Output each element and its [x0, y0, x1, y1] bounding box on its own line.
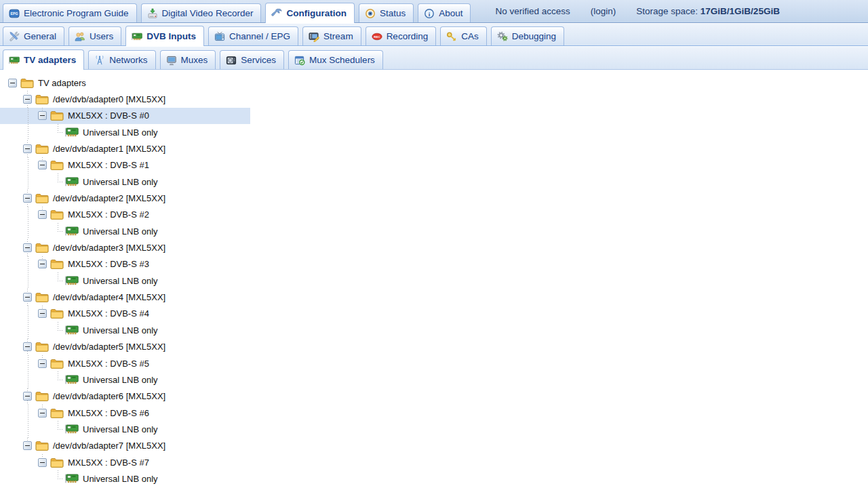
folder-icon	[50, 457, 65, 468]
tab-status[interactable]: Status	[359, 3, 414, 22]
tree-row-universal-lnb-only-15[interactable]: Universal LNB only	[0, 322, 868, 338]
tree-indent	[8, 355, 23, 371]
tree-node-area	[23, 388, 34, 405]
tab-label: Configuration	[286, 8, 346, 18]
tab-label: Services	[241, 55, 276, 65]
tree-connector-line	[23, 157, 38, 174]
tree-indent	[8, 223, 23, 239]
collapse-minus-icon[interactable]	[8, 79, 17, 87]
tab-general[interactable]: General	[3, 26, 64, 45]
tv-dial-icon	[226, 55, 237, 66]
tree-row-universal-lnb-only-6[interactable]: Universal LNB only	[0, 174, 868, 190]
collapse-minus-icon[interactable]	[38, 409, 47, 418]
collapse-minus-icon[interactable]	[23, 194, 32, 203]
tree-node-label: MXL5XX : DVB-S #6	[68, 408, 149, 418]
tree-node-label: Universal LNB only	[83, 127, 158, 138]
collapse-minus-icon[interactable]	[38, 359, 47, 368]
tab-cas[interactable]: CAs	[440, 26, 487, 45]
tree-indent	[8, 339, 23, 355]
tree-row-mxl5xx-dvb-s-0-2[interactable]: MXL5XX : DVB-S #0	[0, 108, 250, 124]
pci-card-icon	[65, 275, 80, 286]
tree-indent	[8, 157, 23, 174]
film-pencil-icon	[309, 31, 319, 42]
tree-row-universal-lnb-only-24[interactable]: Universal LNB only	[0, 470, 868, 487]
tree-row-tv-adapters-0[interactable]: TV adapters	[0, 75, 868, 91]
folder-icon	[50, 308, 65, 319]
tree-row-dev-dvb-adapter6-mxl5xx-19[interactable]: /dev/dvb/adapter6 [MXL5XX]	[0, 388, 868, 405]
tab-configuration[interactable]: Configuration	[265, 3, 354, 23]
users-icon	[75, 31, 85, 42]
collapse-minus-icon[interactable]	[23, 441, 32, 450]
tab-label: CAs	[461, 31, 479, 41]
status-eye-icon	[365, 8, 376, 19]
tab-users[interactable]: Users	[68, 26, 121, 45]
tab-dvb-inputs[interactable]: DVB Inputs	[125, 26, 204, 46]
tree-row-mxl5xx-dvb-s-6-20[interactable]: MXL5XX : DVB-S #6	[0, 405, 868, 421]
collapse-minus-icon[interactable]	[23, 342, 32, 351]
collapse-minus-icon[interactable]	[38, 210, 47, 219]
tools-icon	[9, 31, 20, 42]
collapse-minus-icon[interactable]	[38, 458, 47, 467]
tree-node-area	[8, 75, 19, 91]
collapse-minus-icon[interactable]	[23, 95, 32, 104]
tree-row-dev-dvb-adapter3-mxl5xx-10[interactable]: /dev/dvb/adapter3 [MXL5XX]	[0, 239, 868, 256]
tree-elbow-icon	[53, 223, 64, 239]
collapse-minus-icon[interactable]	[38, 111, 47, 120]
tree-indent	[8, 256, 23, 272]
tree-row-dev-dvb-adapter1-mxl5xx-4[interactable]: /dev/dvb/adapter1 [MXL5XX]	[0, 140, 868, 157]
tree-row-mxl5xx-dvb-s-5-17[interactable]: MXL5XX : DVB-S #5	[0, 355, 868, 371]
tree-node-label: /dev/dvb/adapter1 [MXL5XX]	[53, 144, 165, 154]
tree-node-area	[38, 256, 49, 272]
tree-row-mxl5xx-dvb-s-3-11[interactable]: MXL5XX : DVB-S #3	[0, 256, 868, 272]
tree-row-mxl5xx-dvb-s-2-8[interactable]: MXL5XX : DVB-S #2	[0, 207, 868, 223]
tree-row-dev-dvb-adapter5-mxl5xx-16[interactable]: /dev/dvb/adapter5 [MXL5XX]	[0, 339, 868, 355]
collapse-minus-icon[interactable]	[38, 260, 47, 268]
tree-node-label: Universal LNB only	[83, 226, 158, 237]
tree-connector-line	[23, 174, 38, 190]
tab-electronic-program-guide[interactable]: EPGElectronic Program Guide	[3, 3, 137, 22]
login-link[interactable]: (login)	[591, 6, 616, 16]
tab-services[interactable]: Services	[220, 50, 284, 69]
tree-row-universal-lnb-only-21[interactable]: Universal LNB only	[0, 421, 868, 437]
tree-row-mxl5xx-dvb-s-7-23[interactable]: MXL5XX : DVB-S #7	[0, 454, 868, 470]
tree-row-universal-lnb-only-12[interactable]: Universal LNB only	[0, 272, 868, 289]
tree-indent	[8, 322, 23, 338]
folder-icon	[50, 407, 65, 418]
pci-card-icon	[65, 374, 80, 385]
tree-indent	[38, 470, 53, 487]
tree-indent	[8, 174, 23, 190]
collapse-minus-icon[interactable]	[38, 161, 47, 169]
collapse-minus-icon[interactable]	[23, 293, 32, 302]
tree-node-label: /dev/dvb/adapter0 [MXL5XX]	[53, 94, 165, 104]
tab-tv-adapters[interactable]: TV adapters	[3, 49, 84, 70]
tree-row-mxl5xx-dvb-s-1-5[interactable]: MXL5XX : DVB-S #1	[0, 157, 868, 174]
tab-recording[interactable]: RECRecording	[366, 26, 437, 45]
toolbar-status: No verified access (login) Storage space…	[475, 0, 779, 22]
collapse-minus-icon[interactable]	[23, 144, 32, 153]
dvb-inputs-tabbar: TV adaptersNetworksMuxesServicesMux Sche…	[0, 46, 868, 70]
tab-stream[interactable]: Stream	[302, 26, 361, 45]
collapse-minus-icon[interactable]	[23, 392, 32, 401]
tree-row-dev-dvb-adapter7-mxl5xx-22[interactable]: /dev/dvb/adapter7 [MXL5XX]	[0, 438, 868, 454]
tab-muxes[interactable]: Muxes	[160, 50, 216, 69]
tree-row-dev-dvb-adapter4-mxl5xx-13[interactable]: /dev/dvb/adapter4 [MXL5XX]	[0, 289, 868, 305]
tree-connector-line	[23, 421, 38, 437]
tree-row-universal-lnb-only-18[interactable]: Universal LNB only	[0, 371, 868, 388]
tree-row-dev-dvb-adapter2-mxl5xx-7[interactable]: /dev/dvb/adapter2 [MXL5XX]	[0, 190, 868, 206]
tab-networks[interactable]: Networks	[88, 50, 155, 69]
tab-about[interactable]: iAbout	[418, 3, 471, 22]
tab-digital-video-recorder[interactable]: Digital Video Recorder	[141, 3, 262, 22]
tree-node-label: /dev/dvb/adapter2 [MXL5XX]	[53, 193, 165, 203]
tree-row-mxl5xx-dvb-s-4-14[interactable]: MXL5XX : DVB-S #4	[0, 306, 868, 322]
tab-channel-epg[interactable]: Channel / EPG	[208, 26, 298, 45]
folder-icon	[35, 94, 50, 105]
tree-node-label: /dev/dvb/adapter5 [MXL5XX]	[53, 342, 165, 352]
tree-row-universal-lnb-only-3[interactable]: Universal LNB only	[0, 124, 868, 140]
tv-icon	[214, 31, 225, 42]
tree-row-universal-lnb-only-9[interactable]: Universal LNB only	[0, 223, 868, 239]
tab-debugging[interactable]: Debugging	[491, 26, 564, 45]
tab-mux-schedulers[interactable]: Mux Schedulers	[288, 50, 383, 69]
collapse-minus-icon[interactable]	[23, 243, 32, 252]
collapse-minus-icon[interactable]	[38, 309, 47, 318]
tree-row-dev-dvb-adapter0-mxl5xx-1[interactable]: /dev/dvb/adapter0 [MXL5XX]	[0, 91, 868, 107]
